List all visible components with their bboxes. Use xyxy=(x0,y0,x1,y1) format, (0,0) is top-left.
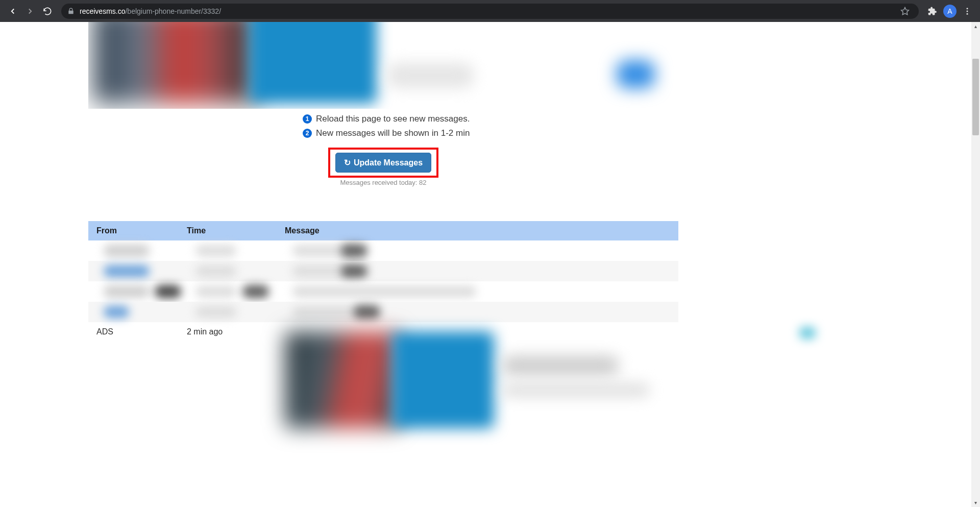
address-bar[interactable]: receivesms.co/belgium-phone-number/3332/ xyxy=(61,4,919,19)
blurred-time xyxy=(195,286,236,297)
badge-2-icon: 2 xyxy=(303,129,312,138)
blurred-msg xyxy=(292,286,476,297)
blurred-time xyxy=(195,265,236,277)
avatar-letter: A xyxy=(947,7,952,15)
ad-blue-blur xyxy=(392,331,494,428)
bookmark-star-icon[interactable] xyxy=(897,4,913,19)
top-ad-banner xyxy=(88,22,675,109)
url-domain: receivesms.co xyxy=(80,7,125,15)
reload-button[interactable] xyxy=(40,4,55,19)
table-row xyxy=(88,240,678,261)
info-line-2: 2 New messages will be shown in 1-2 min xyxy=(303,128,755,138)
info-text-2: New messages will be shown in 1-2 min xyxy=(316,128,470,138)
highlight-box: ↻ Update Messages xyxy=(328,148,438,178)
ad-subtitle-blur xyxy=(502,383,650,397)
blurred-badge xyxy=(341,264,368,278)
ad-title-blur xyxy=(502,355,619,376)
table-row xyxy=(88,261,678,281)
blurred-time xyxy=(195,245,236,256)
ad-blue-blur xyxy=(249,22,377,104)
scroll-down-icon[interactable]: ▾ xyxy=(971,498,980,507)
back-button[interactable] xyxy=(5,4,20,19)
ads-row: ADS 2 min ago xyxy=(88,322,678,429)
ad-image-blur xyxy=(93,22,257,104)
badge-1-icon: 1 xyxy=(303,114,312,124)
blurred-badge xyxy=(155,285,181,298)
forward-button[interactable] xyxy=(22,4,38,19)
svg-point-1 xyxy=(967,8,968,9)
ad-text-blur xyxy=(387,63,474,88)
scroll-thumb[interactable] xyxy=(972,59,979,135)
update-button-label: Update Messages xyxy=(354,158,423,167)
blurred-badge xyxy=(242,285,269,298)
content-wrap: 1 Reload this page to see new messages. … xyxy=(79,22,755,429)
header-from: From xyxy=(88,226,187,235)
blurred-msg xyxy=(292,306,364,318)
ad-button-blur xyxy=(617,60,655,88)
scroll-up-icon[interactable]: ▴ xyxy=(971,22,980,31)
ads-from: ADS xyxy=(88,327,187,429)
table-body: ADS 2 min ago xyxy=(88,240,678,429)
header-time: Time xyxy=(187,226,285,235)
svg-point-3 xyxy=(967,13,968,14)
refresh-icon: ↻ xyxy=(344,158,351,167)
messages-table: From Time Message xyxy=(88,221,678,429)
profile-avatar[interactable]: A xyxy=(943,5,957,18)
blurred-from xyxy=(104,306,129,318)
table-header-row: From Time Message xyxy=(88,221,678,240)
ads-message-cell xyxy=(285,327,678,429)
table-row xyxy=(88,281,678,302)
blurred-from xyxy=(104,285,150,298)
header-message: Message xyxy=(285,226,678,235)
info-block: 1 Reload this page to see new messages. … xyxy=(79,114,755,138)
blurred-from xyxy=(104,265,150,277)
browser-toolbar: receivesms.co/belgium-phone-number/3332/… xyxy=(0,0,980,22)
svg-point-2 xyxy=(967,10,968,12)
update-section: ↻ Update Messages Messages received toda… xyxy=(79,148,755,186)
url-text: receivesms.co/belgium-phone-number/3332/ xyxy=(80,7,892,15)
messages-count-text: Messages received today: 82 xyxy=(88,179,678,186)
table-row xyxy=(88,302,678,322)
bottom-ad-banner xyxy=(285,327,657,429)
blurred-from xyxy=(104,245,150,257)
info-line-1: 1 Reload this page to see new messages. xyxy=(303,114,755,124)
ad-image-blur xyxy=(285,331,400,428)
blurred-time xyxy=(195,306,236,318)
blurred-badge xyxy=(341,244,368,257)
page-viewport: 1 Reload this page to see new messages. … xyxy=(0,22,980,507)
blurred-badge xyxy=(354,305,380,319)
ad-corner-blur xyxy=(799,327,816,339)
ads-time: 2 min ago xyxy=(187,327,285,429)
info-text-1: Reload this page to see new messages. xyxy=(316,114,470,124)
vertical-scrollbar[interactable]: ▴ ▾ xyxy=(971,22,980,507)
browser-menu-icon[interactable] xyxy=(960,4,975,19)
svg-marker-0 xyxy=(901,7,909,14)
toolbar-right: A xyxy=(925,4,975,19)
update-messages-button[interactable]: ↻ Update Messages xyxy=(335,153,431,173)
lock-icon xyxy=(67,8,75,15)
extensions-icon[interactable] xyxy=(925,4,940,19)
url-path: /belgium-phone-number/3332/ xyxy=(125,7,221,15)
